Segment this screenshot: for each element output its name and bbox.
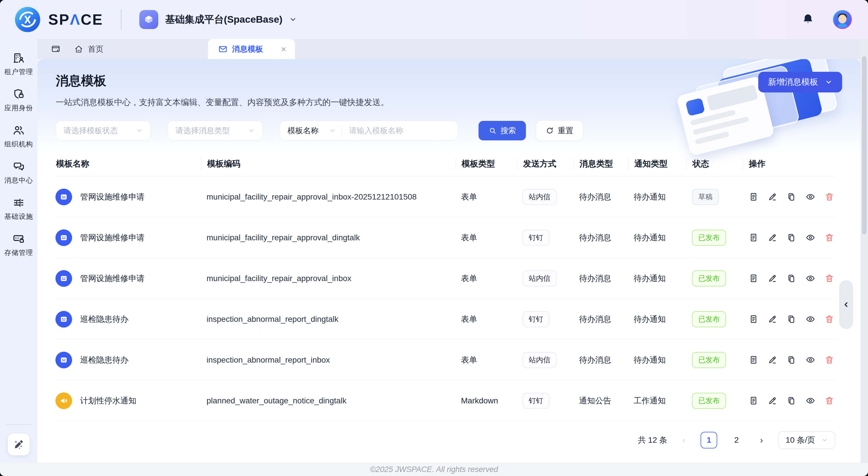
notify-type: 待办通知: [633, 232, 692, 243]
delete-icon[interactable]: [824, 192, 834, 202]
row-actions: [748, 192, 835, 202]
detail-icon[interactable]: [748, 355, 758, 365]
topbar-divider: [121, 9, 122, 30]
send-method-tag: 钉钉: [523, 311, 550, 327]
detail-icon[interactable]: [748, 395, 758, 406]
app-selector[interactable]: 基础集成平台(SpaceBase): [139, 10, 297, 29]
row-type-icon: [56, 392, 72, 409]
table-row: 管网设施维修申请 municipal_facility_repair_appro…: [56, 217, 835, 258]
delete-icon[interactable]: [824, 355, 834, 365]
chevron-down-icon: [825, 78, 832, 86]
sidebar-item-organization[interactable]: 组织机构: [0, 118, 37, 155]
template-name: 巡检隐患待办: [80, 314, 128, 325]
tab-close-icon[interactable]: ×: [281, 44, 286, 54]
sidebar-item-tenant[interactable]: 租户管理: [0, 46, 37, 82]
send-method-tag: 站内信: [523, 271, 557, 287]
edit-icon[interactable]: [767, 232, 777, 243]
copy-icon[interactable]: [786, 273, 797, 284]
view-icon[interactable]: [805, 192, 815, 202]
row-type-icon: [56, 352, 72, 368]
delete-icon[interactable]: [824, 395, 834, 406]
table-row: 巡检隐患待办 inspection_abnormal_report_dingta…: [56, 299, 835, 340]
content-card: 消息模板 一站式消息模板中心，支持富文本编辑、变量配置、内容预览及多种方式的一键…: [37, 59, 861, 463]
table-body: 管网设施维修申请 municipal_facility_repair_appro…: [56, 177, 835, 421]
sidebar-item-message-center[interactable]: 消息中心: [0, 155, 37, 191]
refresh-icon: [546, 127, 554, 135]
next-page-button[interactable]: ›: [756, 434, 767, 446]
message-type: 通知公告: [579, 395, 633, 406]
template-code: inspection_abnormal_report_dingtalk: [207, 315, 461, 324]
reset-button[interactable]: 重置: [536, 121, 583, 140]
page-button-2[interactable]: 2: [728, 432, 745, 448]
sidebar-item-identity[interactable]: 应用身份: [0, 82, 37, 118]
chevron-down-icon: [822, 437, 828, 443]
copy-icon[interactable]: [786, 232, 797, 243]
sidebar-item-storage[interactable]: 存储管理: [0, 227, 37, 263]
row-actions: [748, 273, 835, 284]
scrollbar-thumb[interactable]: [862, 56, 867, 234]
view-icon[interactable]: [805, 314, 815, 324]
page-banner: 消息模板 一站式消息模板中心，支持富文本编辑、变量配置、内容预览及多种方式的一键…: [37, 59, 861, 151]
tab-home[interactable]: 首页: [64, 39, 113, 59]
template-status-select[interactable]: 请选择模板状态: [56, 121, 151, 140]
copyright-text: ©2025 JWSPACE. All rights reserved: [370, 465, 498, 474]
tab-message-template[interactable]: 消息模板 ×: [208, 39, 295, 59]
delete-icon[interactable]: [824, 273, 834, 284]
view-icon[interactable]: [805, 355, 815, 365]
send-method-tag: 钉钉: [523, 393, 550, 409]
tab-panel-toggle[interactable]: [47, 39, 64, 59]
table-row: 管网设施维修申请 municipal_facility_repair_appro…: [56, 258, 835, 299]
page-button-1[interactable]: 1: [701, 432, 717, 448]
chevron-down-icon: [329, 127, 336, 134]
status-badge: 已发布: [692, 393, 726, 409]
copy-icon[interactable]: [786, 192, 797, 202]
prev-page-button[interactable]: ‹: [678, 434, 690, 446]
template-name-input[interactable]: [342, 122, 458, 139]
edit-icon[interactable]: [767, 192, 777, 202]
copy-icon[interactable]: [786, 395, 797, 406]
detail-icon[interactable]: [748, 192, 758, 202]
row-type-icon: [56, 270, 72, 287]
view-icon[interactable]: [805, 395, 815, 406]
chevron-left-icon: [842, 301, 850, 308]
search-button[interactable]: 搜索: [478, 121, 526, 140]
avatar[interactable]: [833, 10, 852, 29]
template-type: 表单: [461, 314, 523, 325]
chevron-down-icon: [136, 127, 143, 134]
detail-icon[interactable]: [748, 273, 758, 284]
chevron-down-icon: [248, 127, 255, 134]
template-code: municipal_facility_repair_approval_inbox…: [207, 192, 461, 201]
view-icon[interactable]: [805, 232, 815, 243]
view-icon[interactable]: [805, 273, 815, 284]
detail-icon[interactable]: [748, 314, 758, 324]
brand-group: SPΛCE 基础集成平台(SpaceBase): [15, 7, 297, 32]
notification-bell-icon[interactable]: [801, 13, 814, 26]
add-template-button[interactable]: 新增消息模板: [758, 72, 842, 92]
edit-icon[interactable]: [767, 395, 777, 406]
magic-pen-icon: [13, 439, 24, 450]
message-type: 待办消息: [579, 314, 633, 325]
template-type: 表单: [461, 191, 523, 202]
page-size-select[interactable]: 10 条/页: [778, 431, 835, 449]
sliders-icon: [12, 196, 25, 209]
edit-icon[interactable]: [767, 355, 777, 365]
main-area: 首页 消息模板 ×: [37, 39, 868, 463]
chat-bubbles-icon: [12, 160, 25, 173]
detail-icon[interactable]: [748, 232, 758, 243]
message-type: 待办消息: [579, 191, 633, 202]
sidebar-item-infrastructure[interactable]: 基础设施: [0, 191, 37, 227]
ai-assistant-button[interactable]: [8, 434, 30, 455]
search-field-select[interactable]: 模板名称: [280, 125, 342, 136]
edit-icon[interactable]: [767, 273, 777, 284]
template-code: municipal_facility_repair_approval_inbox: [207, 274, 461, 283]
delete-icon[interactable]: [824, 314, 834, 324]
tab-active-label: 消息模板: [232, 44, 263, 54]
footer: ©2025 JWSPACE. All rights reserved: [0, 463, 868, 476]
message-type-select[interactable]: 请选择消息类型: [168, 121, 262, 140]
copy-icon[interactable]: [786, 314, 797, 324]
delete-icon[interactable]: [824, 232, 834, 243]
panel-collapse-handle[interactable]: [839, 280, 853, 329]
edit-icon[interactable]: [767, 314, 777, 324]
template-table: 模板名称 模板编码 模板类型 发送方式 消息类型 通知类型 状态 操作 管网设施…: [37, 151, 861, 421]
copy-icon[interactable]: [786, 355, 797, 365]
